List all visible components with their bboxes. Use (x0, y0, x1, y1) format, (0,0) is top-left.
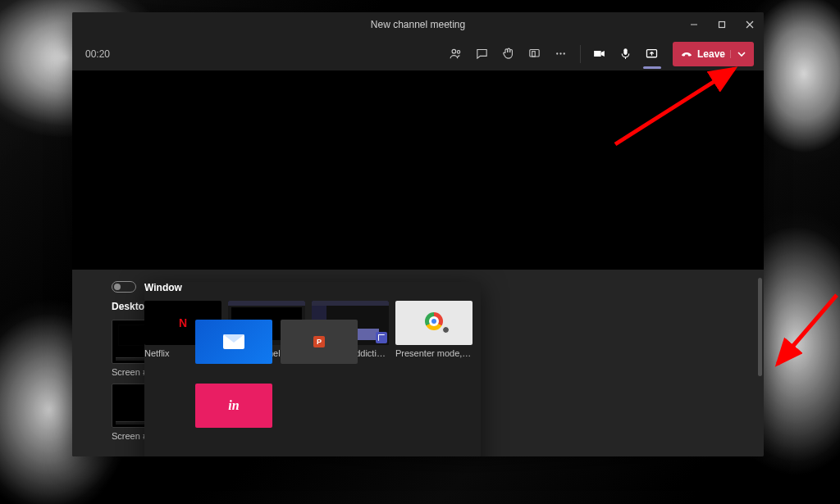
tile-label: Presenter mode, notes a… (395, 348, 472, 358)
window-maximize-button[interactable] (708, 12, 736, 37)
hangup-icon (681, 48, 692, 60)
video-stage (72, 71, 764, 270)
window-minimize-button[interactable] (680, 12, 708, 37)
section-window: Window (144, 282, 481, 294)
titlebar: New channel meeting (72, 12, 764, 37)
more-actions-icon[interactable] (549, 42, 573, 66)
reactions-icon[interactable] (496, 42, 521, 66)
leave-options-caret[interactable] (730, 50, 751, 58)
leave-label: Leave (697, 48, 725, 60)
svg-rect-6 (530, 50, 539, 57)
powerpoint-icon (313, 336, 325, 347)
svg-point-5 (458, 51, 460, 53)
leave-button[interactable]: Leave (673, 42, 754, 66)
teams-icon (376, 332, 387, 343)
camera-icon[interactable] (587, 42, 612, 66)
svg-rect-1 (719, 22, 725, 28)
netflix-icon: N (179, 316, 187, 329)
participants-icon[interactable] (444, 42, 468, 66)
chrome-icon (425, 312, 443, 330)
share-screen-icon[interactable] (640, 42, 664, 66)
svg-rect-11 (624, 48, 628, 55)
chat-icon[interactable] (470, 42, 495, 66)
svg-rect-7 (532, 52, 536, 57)
include-sound-toggle[interactable] (112, 281, 136, 293)
whiteboard-icon (223, 334, 244, 349)
meeting-toolbar: 00:20 Leave (72, 37, 764, 71)
window-close-button[interactable] (736, 12, 764, 37)
svg-point-9 (560, 52, 562, 54)
scrollbar[interactable] (758, 278, 762, 376)
share-tray: Include computer sound Desktop Screen #1… (72, 270, 764, 456)
share-window-presenter[interactable]: Presenter mode, notes a… (395, 301, 472, 358)
microphone-icon[interactable] (614, 42, 638, 66)
svg-point-4 (453, 49, 457, 53)
invision-icon: in (228, 398, 239, 413)
window-title: New channel meeting (371, 19, 465, 30)
rooms-icon[interactable] (523, 42, 547, 66)
toolbar-separator (580, 45, 581, 63)
svg-point-10 (564, 52, 565, 54)
svg-point-8 (557, 52, 559, 54)
meeting-window: New channel meeting 00:20 (72, 12, 764, 456)
meeting-timer: 00:20 (82, 48, 110, 60)
